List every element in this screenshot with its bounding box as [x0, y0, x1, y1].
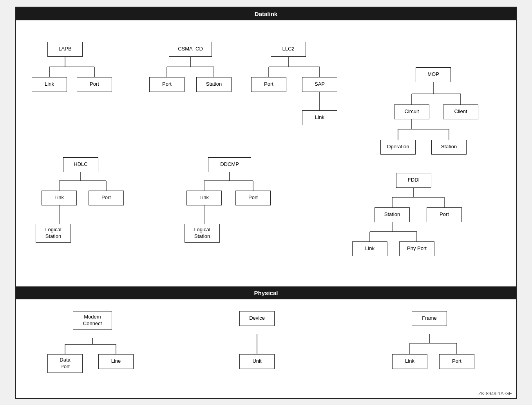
node-csmacd-station: Station: [196, 77, 232, 92]
physical-header: Physical: [16, 286, 516, 299]
node-llc2-sap: SAP: [302, 77, 337, 92]
node-mop-circuit: Circuit: [394, 104, 429, 119]
node-line: Line: [98, 354, 134, 369]
node-hdlc: HDLC: [63, 157, 98, 172]
node-ddcmp-logstation: LogicalStation: [185, 224, 220, 243]
node-mop-client: Client: [443, 104, 478, 119]
node-mop: MOP: [416, 67, 451, 82]
node-csmacd-port: Port: [149, 77, 185, 92]
node-csmacd: CSMA–CD: [169, 42, 212, 57]
diagram-container: Datalink: [15, 7, 517, 399]
node-frame-link: Link: [392, 354, 427, 369]
node-fddi-station: Station: [375, 207, 410, 222]
physical-body: ModemConnect DataPort Line Device Unit F…: [16, 299, 516, 389]
node-mop-operation: Operation: [380, 140, 416, 155]
node-lapb-link: Link: [32, 77, 67, 92]
datalink-body: LAPB Link Port CSMA–CD Port Station LLC2…: [16, 20, 516, 286]
physical-label: Physical: [254, 290, 278, 296]
node-ddcmp: DDCMP: [208, 157, 251, 172]
node-modem-connect: ModemConnect: [73, 311, 112, 330]
node-hdlc-link: Link: [42, 191, 77, 205]
figure-id: ZK-8949-1A-GE: [478, 391, 512, 396]
datalink-header: Datalink: [16, 7, 516, 20]
node-ddcmp-link: Link: [186, 191, 222, 205]
node-lapb-port: Port: [77, 77, 112, 92]
node-hdlc-logstation: LogicalStation: [36, 224, 71, 243]
node-mop-station: Station: [431, 140, 467, 155]
node-hdlc-port: Port: [89, 191, 124, 205]
node-fddi-phyport: Phy Port: [399, 241, 434, 256]
node-frame: Frame: [412, 311, 447, 326]
node-device: Device: [239, 311, 275, 326]
node-llc2-link: Link: [302, 110, 337, 125]
node-unit: Unit: [239, 354, 275, 369]
node-ddcmp-port: Port: [235, 191, 271, 205]
node-fddi-port: Port: [427, 207, 462, 222]
node-fddi: FDDI: [396, 173, 431, 188]
node-data-port: DataPort: [47, 354, 83, 373]
figure-id-label: ZK-8949-1A-GE: [16, 389, 516, 398]
node-llc2-port: Port: [251, 77, 286, 92]
node-lapb: LAPB: [47, 42, 83, 57]
node-llc2: LLC2: [271, 42, 306, 57]
node-frame-port: Port: [439, 354, 474, 369]
node-fddi-link: Link: [352, 241, 387, 256]
datalink-label: Datalink: [255, 11, 277, 17]
